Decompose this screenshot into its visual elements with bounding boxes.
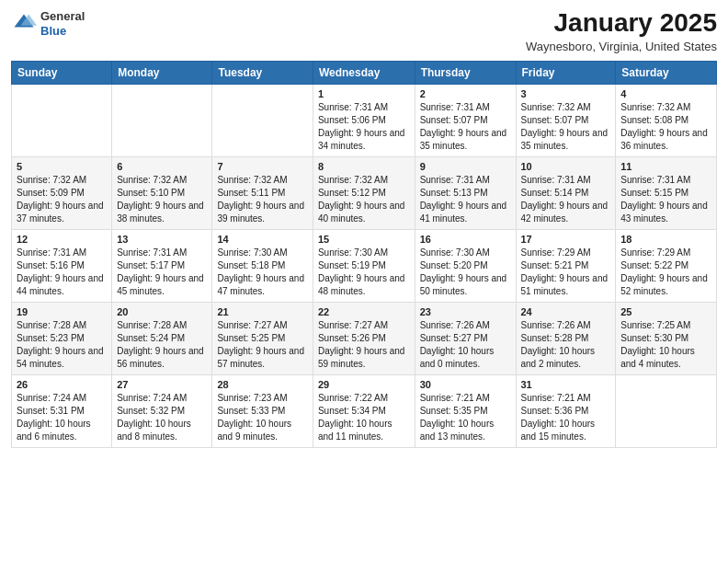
day-detail: Sunrise: 7:32 AMSunset: 5:08 PMDaylight:… — [620, 101, 711, 153]
calendar-week-2: 5Sunrise: 7:32 AMSunset: 5:09 PMDaylight… — [12, 156, 717, 229]
day-detail: Sunrise: 7:28 AMSunset: 5:23 PMDaylight:… — [17, 319, 107, 371]
day-detail: Sunrise: 7:26 AMSunset: 5:28 PMDaylight:… — [521, 319, 611, 371]
calendar-page: General Blue January 2025 Waynesboro, Vi… — [0, 0, 728, 563]
day-number: 23 — [420, 306, 511, 317]
calendar-cell: 8Sunrise: 7:32 AMSunset: 5:12 PMDaylight… — [313, 156, 415, 229]
day-detail: Sunrise: 7:21 AMSunset: 5:35 PMDaylight:… — [420, 392, 511, 443]
day-number: 10 — [521, 161, 611, 172]
calendar-cell: 31Sunrise: 7:21 AMSunset: 5:36 PMDayligh… — [516, 374, 616, 447]
logo: General Blue — [11, 9, 85, 38]
day-number: 8 — [318, 161, 410, 172]
day-number: 30 — [420, 379, 511, 390]
calendar-cell: 5Sunrise: 7:32 AMSunset: 5:09 PMDaylight… — [12, 156, 112, 229]
day-detail: Sunrise: 7:23 AMSunset: 5:33 PMDaylight:… — [217, 392, 307, 443]
day-number: 12 — [17, 234, 107, 245]
calendar-title: January 2025 — [526, 9, 717, 38]
day-detail: Sunrise: 7:31 AMSunset: 5:16 PMDaylight:… — [17, 247, 107, 298]
day-detail: Sunrise: 7:27 AMSunset: 5:25 PMDaylight:… — [217, 319, 307, 371]
day-detail: Sunrise: 7:24 AMSunset: 5:32 PMDaylight:… — [117, 392, 207, 443]
header: General Blue January 2025 Waynesboro, Vi… — [11, 9, 717, 53]
day-number: 20 — [117, 306, 207, 317]
day-detail: Sunrise: 7:29 AMSunset: 5:22 PMDaylight:… — [620, 247, 711, 298]
calendar-cell: 22Sunrise: 7:27 AMSunset: 5:26 PMDayligh… — [313, 302, 415, 374]
day-number: 15 — [318, 234, 410, 245]
day-detail: Sunrise: 7:31 AMSunset: 5:14 PMDaylight:… — [521, 174, 611, 225]
day-number: 22 — [318, 306, 410, 317]
calendar-cell: 26Sunrise: 7:24 AMSunset: 5:31 PMDayligh… — [12, 374, 112, 447]
day-detail: Sunrise: 7:25 AMSunset: 5:30 PMDaylight:… — [620, 319, 711, 371]
th-sunday: Sunday — [12, 61, 112, 84]
calendar-cell — [12, 84, 112, 156]
day-number: 31 — [521, 379, 611, 390]
calendar-cell: 30Sunrise: 7:21 AMSunset: 5:35 PMDayligh… — [415, 374, 516, 447]
th-wednesday: Wednesday — [313, 61, 415, 84]
day-detail: Sunrise: 7:31 AMSunset: 5:17 PMDaylight:… — [117, 247, 207, 298]
day-detail: Sunrise: 7:31 AMSunset: 5:13 PMDaylight:… — [420, 174, 511, 225]
day-detail: Sunrise: 7:31 AMSunset: 5:06 PMDaylight:… — [318, 101, 410, 153]
calendar-cell: 7Sunrise: 7:32 AMSunset: 5:11 PMDaylight… — [212, 156, 313, 229]
th-tuesday: Tuesday — [212, 61, 313, 84]
calendar-cell: 2Sunrise: 7:31 AMSunset: 5:07 PMDaylight… — [415, 84, 516, 156]
calendar-cell: 12Sunrise: 7:31 AMSunset: 5:16 PMDayligh… — [12, 229, 112, 302]
day-number: 13 — [117, 234, 207, 245]
calendar-week-5: 26Sunrise: 7:24 AMSunset: 5:31 PMDayligh… — [12, 374, 717, 447]
calendar-cell: 15Sunrise: 7:30 AMSunset: 5:19 PMDayligh… — [313, 229, 415, 302]
day-detail: Sunrise: 7:30 AMSunset: 5:20 PMDaylight:… — [420, 247, 511, 298]
day-number: 3 — [521, 88, 611, 99]
th-friday: Friday — [516, 61, 616, 84]
calendar-cell: 3Sunrise: 7:32 AMSunset: 5:07 PMDaylight… — [516, 84, 616, 156]
calendar-cell: 19Sunrise: 7:28 AMSunset: 5:23 PMDayligh… — [12, 302, 112, 374]
day-detail: Sunrise: 7:21 AMSunset: 5:36 PMDaylight:… — [521, 392, 611, 443]
header-row: Sunday Monday Tuesday Wednesday Thursday… — [12, 61, 717, 84]
day-number: 11 — [620, 161, 711, 172]
day-number: 17 — [521, 234, 611, 245]
calendar-cell: 24Sunrise: 7:26 AMSunset: 5:28 PMDayligh… — [516, 302, 616, 374]
day-number: 2 — [420, 88, 511, 99]
calendar-cell: 18Sunrise: 7:29 AMSunset: 5:22 PMDayligh… — [616, 229, 717, 302]
day-detail: Sunrise: 7:32 AMSunset: 5:07 PMDaylight:… — [521, 101, 611, 153]
day-number: 6 — [117, 161, 207, 172]
day-detail: Sunrise: 7:28 AMSunset: 5:24 PMDaylight:… — [117, 319, 207, 371]
day-number: 26 — [17, 379, 107, 390]
day-number: 19 — [17, 306, 107, 317]
day-number: 16 — [420, 234, 511, 245]
day-detail: Sunrise: 7:27 AMSunset: 5:26 PMDaylight:… — [318, 319, 410, 371]
day-number: 25 — [620, 306, 711, 317]
calendar-week-4: 19Sunrise: 7:28 AMSunset: 5:23 PMDayligh… — [12, 302, 717, 374]
day-number: 18 — [620, 234, 711, 245]
day-detail: Sunrise: 7:29 AMSunset: 5:21 PMDaylight:… — [521, 247, 611, 298]
calendar-cell: 17Sunrise: 7:29 AMSunset: 5:21 PMDayligh… — [516, 229, 616, 302]
calendar-week-1: 1Sunrise: 7:31 AMSunset: 5:06 PMDaylight… — [12, 84, 717, 156]
calendar-cell: 28Sunrise: 7:23 AMSunset: 5:33 PMDayligh… — [212, 374, 313, 447]
day-detail: Sunrise: 7:26 AMSunset: 5:27 PMDaylight:… — [420, 319, 511, 371]
calendar-cell: 27Sunrise: 7:24 AMSunset: 5:32 PMDayligh… — [112, 374, 212, 447]
day-detail: Sunrise: 7:31 AMSunset: 5:07 PMDaylight:… — [420, 101, 511, 153]
calendar-cell: 20Sunrise: 7:28 AMSunset: 5:24 PMDayligh… — [112, 302, 212, 374]
day-detail: Sunrise: 7:30 AMSunset: 5:19 PMDaylight:… — [318, 247, 410, 298]
day-number: 29 — [318, 379, 410, 390]
day-number: 14 — [217, 234, 307, 245]
th-monday: Monday — [112, 61, 212, 84]
logo-general: General — [40, 9, 85, 24]
th-saturday: Saturday — [616, 61, 717, 84]
day-number: 7 — [217, 161, 307, 172]
day-detail: Sunrise: 7:22 AMSunset: 5:34 PMDaylight:… — [318, 392, 410, 443]
day-number: 27 — [117, 379, 207, 390]
day-detail: Sunrise: 7:32 AMSunset: 5:12 PMDaylight:… — [318, 174, 410, 225]
calendar-cell: 25Sunrise: 7:25 AMSunset: 5:30 PMDayligh… — [616, 302, 717, 374]
day-number: 9 — [420, 161, 511, 172]
th-thursday: Thursday — [415, 61, 516, 84]
calendar-cell: 10Sunrise: 7:31 AMSunset: 5:14 PMDayligh… — [516, 156, 616, 229]
calendar-cell: 11Sunrise: 7:31 AMSunset: 5:15 PMDayligh… — [616, 156, 717, 229]
title-block: January 2025 Waynesboro, Virginia, Unite… — [526, 9, 717, 53]
calendar-cell: 14Sunrise: 7:30 AMSunset: 5:18 PMDayligh… — [212, 229, 313, 302]
logo-blue: Blue — [40, 24, 85, 39]
day-detail: Sunrise: 7:30 AMSunset: 5:18 PMDaylight:… — [217, 247, 307, 298]
calendar-cell: 9Sunrise: 7:31 AMSunset: 5:13 PMDaylight… — [415, 156, 516, 229]
day-detail: Sunrise: 7:31 AMSunset: 5:15 PMDaylight:… — [620, 174, 711, 225]
day-number: 1 — [318, 88, 410, 99]
day-number: 4 — [620, 88, 711, 99]
day-detail: Sunrise: 7:32 AMSunset: 5:09 PMDaylight:… — [17, 174, 107, 225]
calendar-cell — [112, 84, 212, 156]
calendar-subtitle: Waynesboro, Virginia, United States — [526, 40, 717, 53]
